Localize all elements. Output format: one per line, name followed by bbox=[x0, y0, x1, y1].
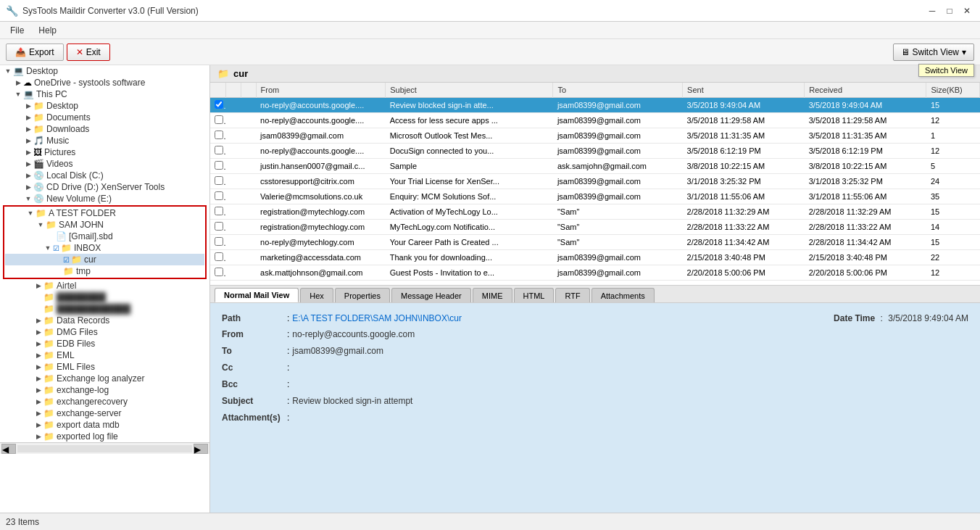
tree-item-desktop[interactable]: ▼ 💻 Desktop bbox=[0, 65, 209, 77]
row-size: 12 bbox=[926, 113, 980, 128]
menu-help[interactable]: Help bbox=[31, 24, 64, 37]
row-check-input[interactable] bbox=[215, 100, 223, 109]
tab-normal-mail-view[interactable]: Normal Mail View bbox=[215, 288, 299, 302]
tree-item-blurred2[interactable]: 📁 ████████████ bbox=[0, 303, 209, 315]
tree-item-exchange-log[interactable]: ▶ 📁 exchange-log bbox=[0, 384, 209, 396]
table-row[interactable]: Valerie@mcmsolutions.co.uk Enquiry: MCM … bbox=[210, 189, 980, 204]
table-row[interactable]: no-reply@mytechlogy.com Your Career Path… bbox=[210, 235, 980, 250]
row-checkbox[interactable] bbox=[210, 113, 225, 128]
tree-item-test-folder[interactable]: ▼ 📁 A TEST FOLDER bbox=[5, 207, 204, 219]
tree-item-local-disk[interactable]: ▶ 💿 Local Disk (C:) bbox=[0, 170, 209, 181]
path-value[interactable]: E:\A TEST FOLDER\SAM JOHN\INBOX\cur bbox=[292, 313, 462, 323]
exit-button[interactable]: ✕ Exit bbox=[67, 44, 110, 61]
tree-item-pc-desktop[interactable]: ▶ 📁 Desktop bbox=[0, 100, 209, 112]
row-checkbox[interactable] bbox=[210, 250, 225, 265]
col-header-size[interactable]: Size(KB) bbox=[926, 83, 980, 98]
tree-item-documents[interactable]: ▶ 📁 Documents bbox=[0, 112, 209, 123]
row-check-input[interactable] bbox=[215, 191, 223, 200]
tree-item-data-records[interactable]: ▶ 📁 Data Records bbox=[0, 315, 209, 326]
row-checkbox[interactable] bbox=[210, 144, 225, 159]
tree-item-music[interactable]: ▶ 🎵 Music bbox=[0, 135, 209, 146]
row-check-input[interactable] bbox=[215, 252, 223, 261]
tree-item-inbox[interactable]: ▼ ☑ 📁 INBOX bbox=[5, 242, 204, 254]
tab-properties[interactable]: Properties bbox=[335, 288, 390, 302]
tree-item-exchange-log-analyzer[interactable]: ▶ 📁 Exchange log analyzer bbox=[0, 373, 209, 384]
tree-item-onedrive[interactable]: ▶ ☁ OneDrive - systools software bbox=[0, 77, 209, 88]
table-row[interactable]: no-reply@accounts.google.... DocuSign co… bbox=[210, 144, 980, 159]
tree-item-blurred1[interactable]: 📁 ████████ bbox=[0, 291, 209, 303]
tree-item-downloads[interactable]: ▶ 📁 Downloads bbox=[0, 123, 209, 135]
row-checkbox[interactable] bbox=[210, 189, 225, 204]
table-row[interactable]: no-reply@accounts.google.... Access for … bbox=[210, 113, 980, 128]
tree-item-dmg-files[interactable]: ▶ 📁 DMG Files bbox=[0, 326, 209, 338]
row-check-input[interactable] bbox=[215, 222, 223, 231]
row-check-input[interactable] bbox=[215, 176, 223, 185]
row-checkbox[interactable] bbox=[210, 159, 225, 174]
tab-message-header[interactable]: Message Header bbox=[391, 288, 471, 302]
tree-item-thispc[interactable]: ▼ 💻 This PC bbox=[0, 88, 209, 100]
export-data-mdb-icon: 📁 bbox=[43, 420, 54, 430]
table-row[interactable]: justin.hansen0007@gmail.c... Sample ask.… bbox=[210, 159, 980, 174]
row-checkbox[interactable] bbox=[210, 220, 225, 235]
table-row[interactable]: csstoresupport@citrix.com Your Trial Lic… bbox=[210, 174, 980, 189]
table-row[interactable]: ask.mattjohnson@gmail.com Guest Posts - … bbox=[210, 265, 980, 281]
maximize-button[interactable]: □ bbox=[942, 4, 957, 18]
tab-rtf[interactable]: RTF bbox=[555, 288, 589, 302]
row-check-input[interactable] bbox=[215, 237, 223, 246]
table-row[interactable]: marketing@accessdata.com Thank you for d… bbox=[210, 250, 980, 265]
tree-item-pictures[interactable]: ▶ 🖼 Pictures bbox=[0, 146, 209, 158]
eml-label: EML bbox=[57, 350, 75, 360]
tab-attachments[interactable]: Attachments bbox=[591, 288, 655, 302]
minimize-button[interactable]: ─ bbox=[925, 4, 939, 18]
tab-html[interactable]: HTML bbox=[514, 288, 555, 302]
tab-mime[interactable]: MIME bbox=[473, 288, 512, 302]
row-checkbox[interactable] bbox=[210, 98, 225, 113]
row-checkbox[interactable] bbox=[210, 204, 225, 220]
table-row[interactable]: jsam08399@gmail.com Microsoft Outlook Te… bbox=[210, 128, 980, 144]
row-check-input[interactable] bbox=[215, 131, 223, 139]
table-row[interactable]: no-reply@accounts.google.... Review bloc… bbox=[210, 98, 980, 113]
tree-scrollbar[interactable]: ◀ ▶ bbox=[0, 442, 209, 454]
row-checkbox[interactable] bbox=[210, 265, 225, 281]
tree-item-videos[interactable]: ▶ 🎬 Videos bbox=[0, 158, 209, 170]
row-check-input[interactable] bbox=[215, 146, 223, 154]
menu-file[interactable]: File bbox=[3, 24, 31, 37]
row-checkbox[interactable] bbox=[210, 174, 225, 189]
table-row[interactable]: registration@mytechlogy.com Activation o… bbox=[210, 204, 980, 220]
row-check-input[interactable] bbox=[215, 161, 223, 170]
eml-files-label: EML Files bbox=[57, 362, 95, 372]
row-check-input[interactable] bbox=[215, 115, 223, 124]
row-check-input[interactable] bbox=[215, 268, 223, 276]
row-check-input[interactable] bbox=[215, 207, 223, 215]
row-checkbox[interactable] bbox=[210, 235, 225, 250]
col-header-sent[interactable]: Sent bbox=[683, 83, 805, 98]
tree-item-gmail-sbd[interactable]: 📄 [Gmail].sbd bbox=[5, 231, 204, 242]
tab-hex[interactable]: Hex bbox=[300, 288, 333, 302]
tree-item-exchange-server[interactable]: ▶ 📁 exchange-server bbox=[0, 407, 209, 419]
tree-item-cur[interactable]: ☑ 📁 cur bbox=[5, 254, 204, 265]
col-header-received[interactable]: Received bbox=[805, 83, 926, 98]
tree-item-tmp[interactable]: 📁 tmp bbox=[5, 265, 204, 277]
tree-item-export-data-mdb[interactable]: ▶ 📁 export data mdb bbox=[0, 419, 209, 431]
tree-item-eml-files[interactable]: ▶ 📁 EML Files bbox=[0, 361, 209, 373]
switch-view-button[interactable]: 🖥 Switch View ▾ bbox=[893, 44, 974, 61]
tree-item-exchangerecovery[interactable]: ▶ 📁 exchangerecovery bbox=[0, 396, 209, 407]
tree-item-exported-log-file[interactable]: ▶ 📁 exported log file bbox=[0, 431, 209, 442]
tree-item-airtel[interactable]: ▶ 📁 Airtel bbox=[0, 280, 209, 291]
scroll-right-button[interactable]: ▶ bbox=[194, 444, 208, 454]
preview-from-row: From : no-reply@accounts.google.com bbox=[222, 326, 968, 343]
tree-item-cd-drive[interactable]: ▶ 💿 CD Drive (D:) XenServer Tools bbox=[0, 181, 209, 193]
tree-item-edb-files[interactable]: ▶ 📁 EDB Files bbox=[0, 338, 209, 349]
close-button[interactable]: ✕ bbox=[960, 4, 974, 18]
onedrive-icon: ☁ bbox=[23, 78, 32, 88]
row-checkbox[interactable] bbox=[210, 128, 225, 144]
tree-item-new-volume[interactable]: ▼ 💿 New Volume (E:) bbox=[0, 193, 209, 204]
export-button[interactable]: 📤 Export bbox=[6, 44, 64, 61]
tree-item-sam-john[interactable]: ▼ 📁 SAM JOHN bbox=[5, 219, 204, 231]
table-row[interactable]: registration@mytechlogy.com MyTechLogy.c… bbox=[210, 220, 980, 235]
col-header-subject[interactable]: Subject bbox=[386, 83, 553, 98]
scroll-left-button[interactable]: ◀ bbox=[1, 444, 16, 454]
col-header-to[interactable]: To bbox=[553, 83, 683, 98]
tree-item-eml[interactable]: ▶ 📁 EML bbox=[0, 349, 209, 361]
col-header-from[interactable]: From bbox=[256, 83, 386, 98]
